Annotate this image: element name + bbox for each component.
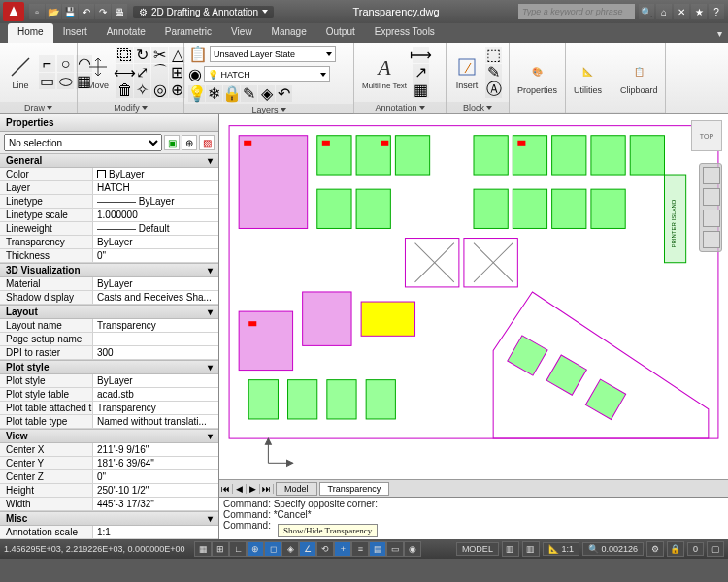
layer-prev-icon[interactable]: ↶ [276, 85, 292, 102]
ortho-button[interactable]: ∟ [229, 541, 247, 557]
select-objects-icon[interactable]: ▨ [199, 135, 215, 150]
panel-annotation-label[interactable]: Annotation [354, 102, 446, 113]
properties-panel-button[interactable]: 🎨Properties [513, 57, 561, 97]
model-paper-toggle[interactable]: MODEL [456, 542, 499, 556]
circle-icon[interactable]: ○ [57, 55, 74, 72]
prop-row[interactable]: Linetype scale1.000000 [0, 209, 218, 222]
rotate-icon[interactable]: ↻ [134, 47, 150, 63]
create-block-icon[interactable]: ⬚ [485, 47, 502, 63]
selection-dropdown[interactable]: No selection [4, 134, 162, 151]
layer-lock-icon[interactable]: 🔒 [223, 85, 240, 102]
prop-row[interactable]: Height250'-10 1/2" [0, 484, 218, 498]
panel-block-label[interactable]: Block [447, 102, 509, 113]
ribbon-tab-insert[interactable]: Insert [53, 23, 97, 43]
prop-row[interactable]: Width445'-3 17/32" [0, 498, 218, 511]
layer-off-icon[interactable]: 💡 [188, 85, 205, 102]
ribbon-tab-home[interactable]: Home [8, 23, 53, 43]
qat-new-icon[interactable]: ▫ [29, 4, 45, 19]
join-icon[interactable]: ⊕ [169, 81, 185, 98]
rectangle-icon[interactable]: ▭ [39, 73, 55, 89]
dimension-icon[interactable]: ⟼ [413, 47, 429, 63]
prop-row[interactable]: DPI to raster300 [0, 346, 218, 360]
prop-row[interactable]: MaterialByLayer [0, 277, 218, 291]
drawing-canvas[interactable]: PRINTER ISLAND TOP [219, 114, 728, 479]
quickview-layouts-icon[interactable]: ▥ [502, 541, 519, 557]
navigation-bar[interactable] [699, 163, 722, 252]
insert-button[interactable]: Insert [450, 52, 483, 92]
prop-row[interactable]: Thickness0" [0, 249, 218, 263]
quickselect-icon[interactable]: ▣ [164, 135, 180, 150]
prop-category[interactable]: Plot style▾ [0, 360, 218, 374]
copy-icon[interactable]: ⿻ [116, 47, 133, 63]
ribbon-tab-manage[interactable]: Manage [262, 23, 316, 43]
ribbon-tab-annotate[interactable]: Annotate [97, 23, 155, 43]
qp-button[interactable]: ▭ [386, 541, 404, 557]
prop-row[interactable]: LayerHATCH [0, 181, 218, 195]
prop-row[interactable]: Center Y181'-6 39/64" [0, 457, 218, 470]
ribbon-tab-view[interactable]: View [221, 23, 262, 43]
ribbon-tab-output[interactable]: Output [316, 23, 365, 43]
ribbon-min-icon[interactable]: ▾ [717, 28, 722, 39]
polyline-icon[interactable]: ⌐ [39, 55, 55, 72]
otrack-button[interactable]: ∠ [299, 541, 316, 557]
steering-icon[interactable] [703, 231, 720, 248]
prop-row[interactable]: Center X211'-9 9/16" [0, 443, 218, 457]
tab-last-icon[interactable]: ⏭ [260, 484, 274, 494]
explode-icon[interactable]: ✧ [134, 81, 150, 98]
prop-row[interactable]: TransparencyByLayer [0, 236, 218, 249]
viewcube[interactable]: TOP [691, 120, 722, 151]
search-icon[interactable]: 🔍 [639, 4, 654, 19]
transparency-button[interactable]: ▤ [369, 541, 386, 557]
qat-redo-icon[interactable]: ↷ [95, 4, 111, 19]
prop-row[interactable]: Plot table attached toTransparency [0, 402, 218, 415]
prop-row[interactable]: Layout nameTransparency [0, 319, 218, 333]
lock-ui-icon[interactable]: 🔒 [667, 541, 684, 557]
array-icon[interactable]: ⊞ [169, 64, 185, 81]
erase-icon[interactable]: 🗑 [116, 81, 133, 98]
qat-undo-icon[interactable]: ↶ [79, 4, 94, 19]
layer-freeze-icon[interactable]: ❄ [206, 85, 222, 102]
trim-icon[interactable]: ✂ [151, 47, 168, 63]
panel-modify-label[interactable]: Modify [78, 102, 183, 113]
prop-row[interactable]: ColorByLayer [0, 168, 218, 181]
layer-iso-icon[interactable]: ◈ [258, 85, 275, 102]
prop-row[interactable]: Center Z0" [0, 470, 218, 484]
help-icon[interactable]: ? [709, 4, 724, 19]
ribbon-tab-parametric[interactable]: Parametric [155, 23, 221, 43]
prop-row[interactable]: Shadow displayCasts and Receives Sha... [0, 291, 218, 305]
zoom-icon[interactable] [703, 188, 720, 206]
stretch-icon[interactable]: ⟷ [116, 64, 133, 81]
command-line[interactable]: Command: Specify opposite corner: Comman… [219, 497, 728, 539]
edit-block-icon[interactable]: ✎ [485, 64, 502, 81]
layer-current-dropdown[interactable]: 💡 HATCH [204, 66, 330, 82]
layout-tab-model[interactable]: Model [276, 482, 317, 496]
orbit-icon[interactable] [703, 210, 720, 227]
exchange-icon[interactable]: ✕ [674, 4, 689, 19]
tab-first-icon[interactable]: ⏮ [219, 484, 233, 494]
prop-row[interactable]: Plot style tableacad.stb [0, 388, 218, 402]
prop-row[interactable]: Page setup name [0, 333, 218, 346]
layer-properties-icon[interactable]: 📋 [188, 45, 208, 63]
coordinates-readout[interactable]: 1.456295E+03, 2.219226E+03, 0.000000E+00 [4, 544, 184, 554]
mtext-button[interactable]: A Multiline Text [358, 53, 411, 92]
prop-category[interactable]: General▾ [0, 153, 218, 168]
prop-category[interactable]: 3D Visualization▾ [0, 263, 218, 277]
polar-button[interactable]: ⊕ [247, 541, 264, 557]
subscription-icon[interactable]: ⌂ [656, 4, 672, 19]
prop-row[interactable]: Linetype———— ByLayer [0, 195, 218, 209]
ellipse-icon[interactable]: ⬭ [57, 73, 74, 89]
prop-row[interactable]: Annotation scale1:1 [0, 526, 218, 539]
offset-icon[interactable]: ◎ [151, 81, 168, 98]
qat-open-icon[interactable]: 📂 [46, 4, 61, 19]
annotation-scale-button[interactable]: 📐 1:1 [543, 542, 579, 556]
sc-button[interactable]: ◉ [404, 541, 421, 557]
clipboard-panel-button[interactable]: 📋Clipboard [616, 57, 662, 97]
leader-icon[interactable]: ↗ [413, 64, 429, 81]
prop-category[interactable]: Layout▾ [0, 305, 218, 319]
layer-state-dropdown[interactable]: Unsaved Layer State [210, 46, 336, 62]
application-menu-button[interactable] [3, 2, 24, 21]
prop-row[interactable]: Plot table typeNamed without translati..… [0, 415, 218, 429]
snap-mode-button[interactable]: ▦ [194, 541, 212, 557]
infocenter-search-input[interactable] [518, 4, 635, 19]
prop-category[interactable]: Misc▾ [0, 511, 218, 526]
